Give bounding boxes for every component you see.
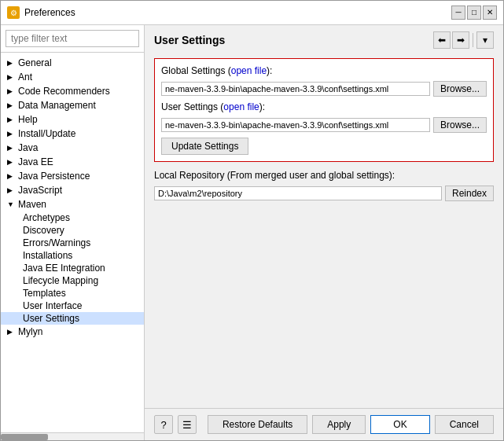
sidebar: ▶ General ▶ Ant ▶ Code Recommenders ▶ Da…	[1, 25, 145, 440]
help-button[interactable]: ?	[154, 415, 173, 434]
sidebar-item-archetypes[interactable]: Archetypes	[1, 211, 144, 224]
global-open-file-link[interactable]: open file	[231, 65, 267, 76]
close-button[interactable]: ✕	[483, 6, 497, 20]
expand-arrow: ▶	[7, 158, 15, 166]
sidebar-item-data-management[interactable]: ▶ Data Management	[1, 98, 144, 112]
sidebar-item-user-settings[interactable]: User Settings	[1, 312, 144, 325]
expand-arrow: ▶	[7, 116, 15, 123]
update-settings-button[interactable]: Update Settings	[161, 138, 248, 155]
sidebar-item-ant[interactable]: ▶ Ant	[1, 70, 144, 84]
user-open-file-link[interactable]: open file	[223, 101, 259, 112]
user-label-text: User Settings (	[161, 101, 223, 112]
search-box	[1, 25, 144, 53]
main-panel: User Settings ⬅ ➡ ▾	[145, 25, 503, 440]
reindex-button[interactable]: Reindex	[445, 186, 494, 201]
sidebar-item-general[interactable]: ▶ General	[1, 56, 144, 70]
tree: ▶ General ▶ Ant ▶ Code Recommenders ▶ Da…	[1, 53, 144, 432]
dropdown-button[interactable]: ▾	[476, 31, 494, 49]
search-input[interactable]	[6, 30, 139, 47]
user-label-end: ):	[259, 101, 265, 112]
global-settings-row: Browse...	[161, 81, 487, 97]
panel-content: Global Settings (open file): Browse... U…	[145, 52, 503, 408]
bottom-left-buttons: ? ☰	[154, 415, 197, 434]
update-settings-row: Update Settings	[161, 138, 487, 155]
preferences-icon: ☰	[182, 419, 192, 431]
sidebar-item-discovery[interactable]: Discovery	[1, 224, 144, 237]
maximize-button[interactable]: □	[467, 6, 481, 20]
sidebar-item-maven[interactable]: ▼ Maven	[1, 197, 144, 211]
toolbar-separator	[473, 33, 473, 47]
expand-arrow: ▶	[7, 328, 15, 336]
expand-arrow: ▶	[7, 172, 15, 180]
sidebar-horizontal-scrollbar[interactable]	[1, 432, 144, 440]
sidebar-item-install-update[interactable]: ▶ Install/Update	[1, 127, 144, 141]
local-repo-section: Local Repository (From merged user and g…	[154, 170, 494, 201]
dropdown-icon: ▾	[483, 35, 487, 46]
sidebar-item-java-persistence[interactable]: ▶ Java Persistence	[1, 169, 144, 183]
local-repo-label: Local Repository (From merged user and g…	[154, 170, 494, 181]
sidebar-item-code-recommenders[interactable]: ▶ Code Recommenders	[1, 84, 144, 98]
minimize-button[interactable]: ─	[451, 6, 465, 20]
sidebar-item-java-ee-integration[interactable]: Java EE Integration	[1, 262, 144, 274]
expand-arrow: ▶	[7, 144, 15, 152]
global-label-text: Global Settings (	[161, 65, 231, 76]
ok-button[interactable]: OK	[370, 415, 429, 434]
sidebar-item-java[interactable]: ▶ Java	[1, 141, 144, 155]
preferences-window: ⚙ Preferences ─ □ ✕ ▶ General ▶	[0, 0, 504, 441]
sidebar-item-installations[interactable]: Installations	[1, 249, 144, 262]
sidebar-item-templates[interactable]: Templates	[1, 287, 144, 300]
panel-header: User Settings ⬅ ➡ ▾	[145, 25, 503, 52]
user-settings-path-input[interactable]	[161, 118, 430, 132]
panel-toolbar: ⬅ ➡ ▾	[433, 31, 494, 49]
bottom-bar: ? ☰ Restore Defaults Apply OK Cancel	[145, 408, 503, 440]
forward-icon: ➡	[457, 35, 465, 46]
content-area: ▶ General ▶ Ant ▶ Code Recommenders ▶ Da…	[1, 25, 503, 440]
user-settings-label: User Settings (open file):	[161, 101, 487, 112]
cancel-button[interactable]: Cancel	[435, 415, 494, 434]
title-bar-left: ⚙ Preferences	[7, 6, 75, 19]
bottom-right-buttons: Restore Defaults Apply OK Cancel	[208, 415, 494, 434]
window-title: Preferences	[24, 7, 75, 18]
local-repo-row: Reindex	[154, 186, 494, 201]
expand-arrow: ▶	[7, 186, 15, 194]
expand-arrow: ▼	[7, 200, 15, 208]
expand-arrow: ▶	[7, 130, 15, 138]
sidebar-item-mylyn[interactable]: ▶ Mylyn	[1, 325, 144, 339]
sidebar-item-lifecycle-mapping[interactable]: Lifecycle Mapping	[1, 274, 144, 287]
settings-box: Global Settings (open file): Browse... U…	[154, 58, 494, 162]
global-label-end: ):	[267, 65, 272, 76]
preferences-icon-button[interactable]: ☰	[178, 415, 197, 434]
sidebar-item-help[interactable]: ▶ Help	[1, 112, 144, 127]
apply-button[interactable]: Apply	[312, 415, 366, 434]
sidebar-item-javascript[interactable]: ▶ JavaScript	[1, 183, 144, 197]
expand-arrow: ▶	[7, 101, 15, 109]
forward-button[interactable]: ➡	[452, 31, 469, 49]
back-button[interactable]: ⬅	[433, 31, 451, 49]
sidebar-item-errors-warnings[interactable]: Errors/Warnings	[1, 237, 144, 249]
expand-arrow: ▶	[7, 73, 15, 81]
user-browse-button[interactable]: Browse...	[433, 117, 487, 133]
sidebar-item-java-ee[interactable]: ▶ Java EE	[1, 155, 144, 169]
window-icon: ⚙	[7, 6, 20, 19]
global-settings-label: Global Settings (open file):	[161, 65, 487, 76]
expand-arrow: ▶	[7, 59, 15, 67]
expand-arrow: ▶	[7, 87, 15, 95]
global-browse-button[interactable]: Browse...	[433, 81, 487, 97]
back-icon: ⬅	[438, 35, 446, 46]
title-controls: ─ □ ✕	[451, 6, 497, 20]
help-icon: ?	[160, 419, 166, 431]
sidebar-item-user-interface[interactable]: User Interface	[1, 300, 144, 312]
panel-title: User Settings	[154, 34, 225, 46]
restore-defaults-button[interactable]: Restore Defaults	[208, 415, 307, 434]
user-settings-row: Browse...	[161, 117, 487, 133]
local-repo-path-input[interactable]	[154, 186, 442, 200]
title-bar: ⚙ Preferences ─ □ ✕	[1, 1, 503, 25]
global-settings-path-input[interactable]	[161, 82, 430, 96]
